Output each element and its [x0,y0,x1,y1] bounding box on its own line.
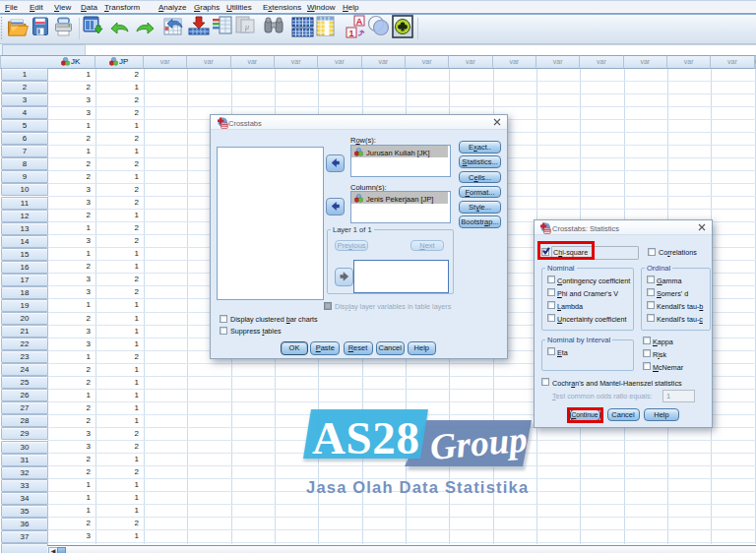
svg-text:1: 1 [348,29,353,38]
svg-text:Jasa Olah Data Statistika: Jasa Olah Data Statistika [306,478,529,496]
svg-text:AS28: AS28 [312,412,419,463]
svg-text:μ: μ [244,23,249,31]
svg-text:Group: Group [428,419,529,467]
svg-text:A: A [356,17,363,27]
